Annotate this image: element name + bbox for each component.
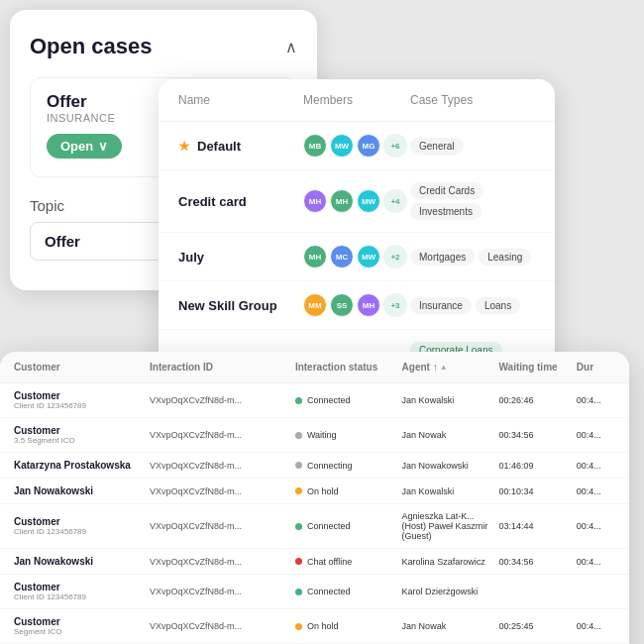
- interaction-row[interactable]: Customer Segment ICO VXvpOqXCvZfN8d-m...…: [0, 609, 629, 644]
- members-plus-badge: +3: [383, 293, 407, 317]
- interaction-table-card: Customer Interaction ID Interaction stat…: [0, 352, 629, 644]
- members-cell-creditcard: MH MH MW +4: [303, 189, 410, 213]
- case-type-tag: Investments: [410, 203, 482, 220]
- table-row[interactable]: ★ Default MB MW MG +6 General: [159, 122, 555, 170]
- customer-cell: Jan Nowakowski: [14, 556, 150, 567]
- avatar: MH: [303, 245, 327, 268]
- members-plus-badge: +6: [383, 134, 407, 158]
- case-types-cell-creditcard: Credit Cards Investments: [410, 182, 535, 220]
- status-dot-icon: [295, 397, 302, 404]
- case-types-cell-july: Mortgages Leasing: [410, 249, 535, 266]
- case-type-tag: Loans: [476, 297, 520, 314]
- th-status: Interaction status: [295, 362, 402, 373]
- interaction-table-header: Customer Interaction ID Interaction stat…: [0, 352, 629, 383]
- row-name-july: July: [178, 250, 303, 265]
- col-header-casetypes: Case Types: [410, 93, 535, 107]
- case-type-tag: General: [410, 138, 464, 155]
- members-plus-badge: +2: [383, 245, 407, 268]
- avatar: MH: [303, 189, 327, 213]
- interaction-row[interactable]: Katarzyna Prostakowska VXvpOqXCvZfN8d-m.…: [0, 453, 629, 479]
- status-cell: Connected: [295, 587, 402, 596]
- collapse-icon[interactable]: ∧: [285, 38, 297, 56]
- members-plus-badge: +4: [383, 189, 407, 213]
- row-name-newskill: New Skill Group: [178, 298, 303, 313]
- star-icon: ★: [178, 139, 190, 154]
- table-row[interactable]: July MH MC MW +2 Mortgages Leasing: [159, 233, 555, 281]
- th-waiting-time: Waiting time: [499, 362, 577, 373]
- avatar: MH: [357, 293, 380, 317]
- status-dot-icon: [295, 623, 302, 630]
- table-row[interactable]: New Skill Group MM SS MH +3 Insurance Lo…: [159, 281, 555, 330]
- case-types-cell-newskill: Insurance Loans: [410, 297, 535, 314]
- status-dot-icon: [295, 462, 302, 469]
- status-cell: Waiting: [295, 430, 402, 440]
- status-dot-icon: [295, 432, 302, 439]
- status-dot-icon: [295, 558, 302, 565]
- interaction-row[interactable]: Customer Client ID 123456789 VXvpOqXCvZf…: [0, 383, 629, 418]
- customer-cell: Customer Client ID 123456789: [14, 516, 150, 536]
- members-cell-default: MB MW MG +6: [303, 134, 410, 158]
- status-cell: Connected: [295, 521, 402, 531]
- status-cell: Connecting: [295, 461, 402, 471]
- table-row[interactable]: Credit card MH MH MW +4 Credit Cards Inv…: [159, 170, 555, 233]
- skill-groups-card: Name Members Case Types ★ Default MB MW …: [159, 79, 555, 377]
- case-type-tag: Insurance: [410, 297, 472, 314]
- case-type-tag: Mortgages: [410, 249, 475, 266]
- sort-arrow-icon: ▲: [440, 363, 448, 372]
- col-header-members: Members: [303, 93, 410, 107]
- topic-value: Offer: [45, 233, 80, 250]
- skill-groups-table-header: Name Members Case Types: [159, 79, 555, 122]
- customer-cell: Customer Client ID 123456789: [14, 390, 150, 410]
- avatar: MC: [330, 245, 354, 268]
- interaction-row[interactable]: Customer 3.5 Segment ICO VXvpOqXCvZfN8d-…: [0, 418, 629, 453]
- case-type-tag: Credit Cards: [410, 182, 483, 199]
- avatar: SS: [330, 293, 354, 317]
- customer-cell: Jan Nowakowski: [14, 485, 150, 496]
- case-types-cell-default: General: [410, 138, 535, 155]
- avatar: MW: [357, 245, 380, 268]
- avatar: MG: [357, 134, 380, 158]
- status-cell: On hold: [295, 486, 402, 496]
- avatar: MM: [303, 293, 327, 317]
- avatar: MB: [303, 134, 327, 158]
- th-agent[interactable]: Agent ↑ ▲: [402, 362, 499, 373]
- status-cell: Connected: [295, 395, 402, 405]
- avatar: MW: [357, 189, 380, 213]
- open-cases-title: Open cases: [30, 34, 153, 59]
- members-cell-july: MH MC MW +2: [303, 245, 410, 268]
- interaction-row[interactable]: Jan Nowakowski VXvpOqXCvZfN8d-m... On ho…: [0, 479, 629, 504]
- status-dot-icon: [295, 523, 302, 530]
- customer-cell: Katarzyna Prostakowska: [14, 460, 150, 471]
- th-customer: Customer: [14, 362, 150, 373]
- interaction-row[interactable]: Customer Client ID 123456789 VXvpOqXCvZf…: [0, 575, 629, 609]
- col-header-name: Name: [178, 93, 303, 107]
- interaction-row[interactable]: Customer Client ID 123456789 VXvpOqXCvZf…: [0, 504, 629, 549]
- case-type-tag: Leasing: [479, 249, 531, 266]
- row-name-default: ★ Default: [178, 139, 303, 154]
- row-name-creditcard: Credit card: [178, 194, 303, 209]
- th-interaction-id: Interaction ID: [150, 362, 295, 373]
- customer-cell: Customer Segment ICO: [14, 616, 150, 636]
- status-dot-icon: [295, 589, 302, 595]
- avatar: MW: [330, 134, 354, 158]
- status-cell: On hold: [295, 621, 402, 631]
- customer-cell: Customer 3.5 Segment ICO: [14, 425, 150, 445]
- avatar: MH: [330, 189, 354, 213]
- status-cell: Chat offline: [295, 557, 402, 567]
- badge-chevron-icon: ∨: [98, 139, 108, 154]
- status-dot-icon: [295, 487, 302, 494]
- interaction-row[interactable]: Jan Nowakowski VXvpOqXCvZfN8d-m... Chat …: [0, 549, 629, 575]
- th-duration: Dur: [577, 362, 615, 373]
- card-back-header: Open cases ∧: [30, 34, 297, 59]
- customer-cell: Customer Client ID 123456789: [14, 582, 150, 601]
- open-status-badge[interactable]: Open ∨: [47, 134, 122, 159]
- members-cell-newskill: MM SS MH +3: [303, 293, 410, 317]
